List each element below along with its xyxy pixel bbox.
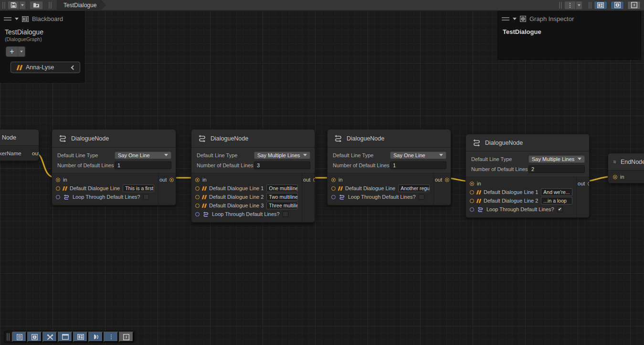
- dock-grip[interactable]: [7, 333, 10, 341]
- line-value-field[interactable]: Two multiline: [266, 193, 298, 201]
- in-port[interactable]: [195, 178, 200, 182]
- line-value-field[interactable]: Another regu: [398, 184, 430, 192]
- node-header[interactable]: DialogueNode: [327, 129, 451, 148]
- node-properties: Default Line Type Say One Line Number of…: [327, 148, 451, 173]
- chevron-down-icon: [578, 158, 581, 160]
- line-port[interactable]: [470, 190, 474, 194]
- line-port[interactable]: [195, 195, 200, 199]
- blackboard-header[interactable]: Blackboard: [0, 11, 84, 24]
- quote-icon: [476, 190, 482, 194]
- num-lines-field[interactable]: 1: [390, 162, 446, 169]
- blackboard-variable-row[interactable]: Anna-Lyse: [11, 62, 80, 73]
- line-port[interactable]: [56, 186, 60, 191]
- open-asset-button[interactable]: [30, 1, 43, 10]
- loop-checkbox[interactable]: [419, 194, 424, 200]
- graph-tab[interactable]: TestDialogue: [57, 0, 106, 11]
- loop-checkbox[interactable]: ✔: [557, 206, 563, 212]
- line-value-field[interactable]: This is a first: [123, 184, 154, 192]
- collapse-left-chevron-icon[interactable]: [71, 65, 76, 70]
- dialogue-node-3[interactable]: DialogueNode Default Line Type Say One L…: [327, 129, 451, 205]
- graph-canvas[interactable]: Node kerName out DialogueNode Default Li…: [0, 11, 644, 345]
- dialogue-node-1[interactable]: DialogueNode Default Line Type Say One L…: [52, 129, 176, 205]
- line-value-field[interactable]: And we're...: [541, 188, 572, 196]
- graph-inspector-toggle-button[interactable]: [611, 1, 624, 10]
- loop-port[interactable]: [56, 195, 60, 199]
- end-node[interactable]: EndNode in: [608, 153, 644, 183]
- node-header[interactable]: Node: [0, 129, 39, 146]
- line-port[interactable]: [331, 186, 336, 191]
- out-port[interactable]: [169, 178, 174, 182]
- options-dropdown-button[interactable]: [576, 1, 582, 10]
- line-port[interactable]: [195, 186, 200, 191]
- blackboard-toggle-button[interactable]: [594, 1, 607, 10]
- add-variable-button[interactable]: +: [6, 46, 18, 57]
- tools-button[interactable]: [42, 332, 57, 342]
- toolbar-grip[interactable]: [559, 2, 562, 9]
- node-header[interactable]: EndNode: [608, 153, 644, 171]
- drag-handle-icon[interactable]: [502, 17, 509, 21]
- blackboard-icon: [22, 16, 29, 22]
- save-dropdown-button[interactable]: [19, 1, 26, 10]
- dialogue-node-4[interactable]: DialogueNode Default Line Type Say Multi…: [465, 134, 590, 218]
- line-value-field[interactable]: Three multilin: [266, 202, 298, 209]
- drag-handle-icon[interactable]: [4, 17, 11, 21]
- collapse-chevron-icon[interactable]: [15, 18, 19, 20]
- out-port[interactable]: [445, 178, 449, 182]
- line-label: Default Dialogue Line 3: [209, 203, 264, 208]
- line-port[interactable]: [470, 199, 474, 203]
- in-port[interactable]: [613, 175, 617, 179]
- line-type-dropdown[interactable]: Say One Line: [390, 151, 446, 159]
- out-port-label: out: [32, 151, 39, 156]
- options-menu-button[interactable]: [564, 1, 576, 10]
- in-port[interactable]: [470, 182, 474, 186]
- num-lines-field[interactable]: 3: [254, 162, 310, 169]
- toolbar-grip[interactable]: [2, 2, 5, 9]
- save-button[interactable]: [8, 1, 19, 10]
- playback-button[interactable]: [88, 332, 103, 342]
- line-label: Default Dialogue Line: [70, 185, 120, 191]
- toolbar-grip[interactable]: [589, 2, 591, 9]
- info-icon: [32, 334, 38, 340]
- loop-port[interactable]: [470, 207, 474, 212]
- line-value-field[interactable]: One multiline: [266, 184, 298, 192]
- dialogue-node-2[interactable]: DialogueNode Default Line Type Say Multi…: [191, 129, 315, 223]
- start-node[interactable]: Node kerName out: [0, 129, 39, 161]
- collapse-chevron-icon[interactable]: [513, 18, 517, 20]
- line-type-dropdown[interactable]: Say One Line: [115, 151, 171, 159]
- dock-options-button[interactable]: [104, 332, 118, 342]
- line-port[interactable]: [195, 204, 200, 208]
- in-port-label: in: [63, 177, 67, 183]
- inspector-toggle-button[interactable]: [27, 332, 42, 342]
- script-view-button[interactable]: [12, 332, 27, 342]
- node-header[interactable]: DialogueNode: [52, 129, 176, 148]
- line-type-dropdown[interactable]: Say Multiple Lines: [254, 151, 310, 159]
- live-preview-toggle-button[interactable]: [627, 1, 641, 10]
- blackboard-dock-button[interactable]: [73, 332, 88, 342]
- node-title: DialogueNode: [71, 135, 109, 142]
- loop-icon: [477, 207, 484, 212]
- num-lines-label: Number of Default Lines: [197, 162, 254, 168]
- add-variable-dropdown-button[interactable]: [18, 46, 25, 57]
- loop-checkbox[interactable]: [143, 194, 149, 200]
- out-port[interactable]: [313, 178, 315, 182]
- in-port[interactable]: [56, 178, 60, 182]
- line-label: Default Dialogue Line 2: [484, 198, 538, 204]
- window-layout-button[interactable]: [58, 332, 73, 342]
- kebab-icon: [570, 3, 570, 8]
- live-preview-dock-button[interactable]: [119, 332, 134, 342]
- node-header[interactable]: DialogueNode: [466, 134, 589, 151]
- num-lines-field[interactable]: 1: [115, 162, 171, 169]
- loop-port[interactable]: [195, 212, 200, 216]
- out-port[interactable]: [588, 182, 590, 186]
- in-port[interactable]: [331, 178, 336, 182]
- num-lines-field[interactable]: 2: [528, 165, 585, 173]
- line-value-field[interactable]: ...in a loop: [541, 197, 572, 205]
- node-header[interactable]: DialogueNode: [191, 129, 315, 148]
- loop-label: Loop Through Default Lines?: [486, 206, 554, 212]
- line-type-dropdown[interactable]: Say Multiple Lines: [528, 155, 585, 163]
- graph-inspector-header[interactable]: Graph Inspector: [498, 11, 641, 24]
- toolbar-grip[interactable]: [49, 2, 52, 9]
- blackboard-title: Blackboard: [32, 15, 63, 22]
- loop-checkbox[interactable]: [283, 211, 288, 217]
- loop-port[interactable]: [331, 195, 336, 199]
